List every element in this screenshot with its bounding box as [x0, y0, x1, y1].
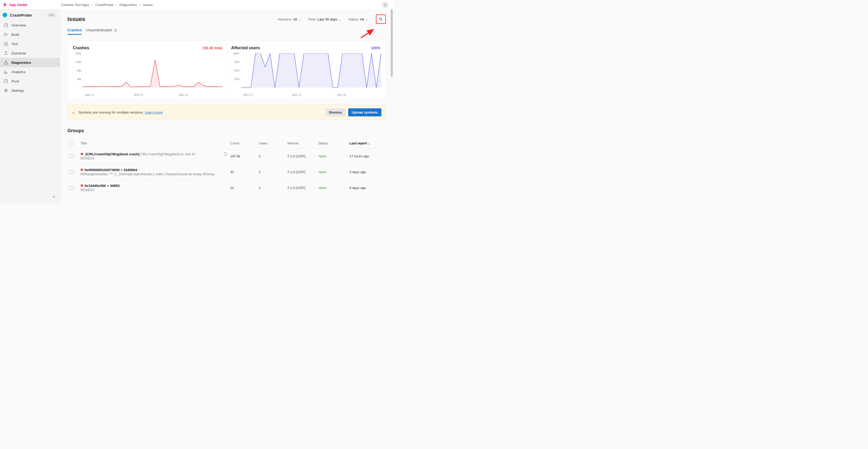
row-last-report: 17 hours ago [349, 154, 386, 158]
chart-plot [241, 54, 381, 92]
banner-period: . [162, 110, 164, 114]
chart-total: 100% [371, 46, 380, 50]
tab-unsymbolicated[interactable]: Unsymbolicated2 [86, 28, 118, 35]
row-users: 2 [259, 154, 285, 158]
layout: CrashProbe iOS OverviewBuildTestDistribu… [0, 9, 393, 203]
sidebar-item-distribute[interactable]: Distribute [0, 49, 60, 58]
row-checkbox[interactable] [69, 170, 73, 174]
page-header: Issues Versions: All ⌄ Time: Last 30 day… [67, 14, 386, 24]
table-row[interactable]: ✸-[CRLCrashObjCMsgSend crash] CRLCrashOb… [67, 148, 386, 164]
scrollbar[interactable] [391, 9, 393, 203]
x-tick: DEC 01 [179, 94, 188, 96]
nav-label: Test [11, 42, 18, 46]
note-icon[interactable] [223, 152, 228, 157]
app-icon [3, 13, 7, 18]
col-version[interactable]: Version [287, 141, 316, 145]
x-tick: NOV 11 [85, 94, 94, 96]
table-row[interactable]: ✸0x0000000104374000 + 1640564 NSRangeExc… [67, 164, 386, 180]
sidebar-app-header[interactable]: CrashProbe iOS [0, 9, 60, 21]
svg-point-5 [5, 89, 6, 90]
brand[interactable]: App Center [3, 2, 28, 7]
y-tick: 100% [231, 52, 240, 55]
chevron-down-icon: ⌄ [338, 17, 341, 21]
row-count: 187.6k [230, 154, 256, 158]
svg-point-1 [4, 42, 8, 45]
collapse-sidebar-button[interactable] [52, 195, 56, 200]
upload-symbols-button[interactable]: Upload symbols [348, 108, 381, 117]
scrollbar-thumb[interactable] [391, 9, 393, 77]
sidebar-item-analytics[interactable]: Analytics [0, 67, 60, 76]
user-avatar[interactable] [382, 2, 389, 8]
table-row[interactable]: ✸0x10445c000 + 30852 SIGSEGV 10 1 7.1.0 … [67, 180, 386, 195]
row-users: 1 [259, 186, 285, 190]
y-tick: 75% [231, 61, 240, 64]
banner-message: Symbols are missing for multiple version… [78, 110, 145, 114]
sidebar-item-test[interactable]: Test [0, 39, 60, 49]
sidebar-item-diagnostics[interactable]: Diagnostics [0, 58, 60, 67]
tab-badge: 2 [113, 29, 118, 32]
table-header: Title Count Users Version Status Last re… [67, 139, 386, 148]
bug-icon: ✸ [81, 184, 84, 188]
breadcrumb-item[interactable]: Crashes Test Apps [61, 3, 89, 7]
nav-label: Distribute [11, 51, 26, 55]
sidebar: CrashProbe iOS OverviewBuildTestDistribu… [0, 9, 60, 203]
chart-title: Affected users [231, 45, 260, 50]
sidebar-item-build[interactable]: Build [0, 30, 60, 39]
search-button[interactable] [376, 14, 386, 24]
col-label: Last report [349, 141, 367, 145]
sort-desc-icon: ↓ [368, 141, 370, 145]
y-tick: 40k [73, 78, 81, 81]
nav-label: Diagnostics [11, 61, 31, 65]
filter-versions[interactable]: Versions: All ⌄ [278, 17, 301, 21]
platform-badge: iOS [47, 13, 56, 17]
filter-label: Status: [348, 18, 359, 21]
svg-point-0 [384, 3, 386, 5]
sidebar-item-settings[interactable]: Settings [0, 86, 60, 95]
col-last-report[interactable]: Last report↓ [349, 141, 386, 145]
dismiss-button[interactable]: Dismiss [326, 108, 346, 117]
tabs: Crashes Unsymbolicated2 [67, 28, 386, 35]
svg-point-6 [6, 90, 7, 91]
nav-label: Build [11, 33, 19, 37]
tab-crashes[interactable]: Crashes [67, 28, 82, 35]
sidebar-item-push[interactable]: Push [0, 76, 60, 86]
check-circle-icon [4, 41, 8, 46]
col-title[interactable]: Title [81, 141, 228, 145]
row-count: 10 [230, 186, 256, 190]
breadcrumb-item[interactable]: Issues [143, 3, 153, 7]
col-users[interactable]: Users [259, 141, 285, 145]
warning-icon: ▲ [72, 110, 75, 114]
x-tick: DEC 01 [337, 94, 346, 96]
row-status: Open [318, 170, 347, 174]
svg-rect-4 [5, 79, 7, 83]
chart-plot [83, 54, 223, 92]
row-checkbox[interactable] [69, 154, 73, 158]
row-title: ✸-[CRLCrashObjCMsgSend crash] CRLCrashOb… [81, 152, 228, 156]
breadcrumb-item[interactable]: Diagnostics [120, 3, 137, 7]
page-title: Issues [67, 16, 85, 23]
brand-name: App Center [9, 3, 28, 7]
main-content: Issues Versions: All ⌄ Time: Last 30 day… [60, 9, 393, 203]
col-status[interactable]: Status [318, 141, 347, 145]
y-tick: 80k [73, 69, 81, 72]
breadcrumb-separator: / [116, 3, 117, 7]
select-all-checkbox[interactable] [69, 141, 73, 145]
breadcrumb-item[interactable]: CrashProbe [95, 3, 113, 7]
svg-point-8 [379, 18, 382, 20]
bug-icon: ✸ [81, 168, 84, 172]
chevron-down-icon: ⌄ [298, 17, 301, 21]
col-count[interactable]: Count [230, 141, 256, 145]
filter-status[interactable]: Status: All ⌄ [348, 17, 368, 21]
filter-time[interactable]: Time: Last 30 days ⌄ [308, 17, 342, 21]
sidebar-item-overview[interactable]: Overview [0, 21, 60, 30]
x-tick: NOV 21 [292, 94, 302, 96]
play-icon [4, 32, 8, 37]
row-title-cell: ✸0x0000000104374000 + 1640564 NSRangeExc… [81, 168, 228, 176]
row-last-report: 6 days ago [349, 186, 386, 190]
app-name: CrashProbe [10, 13, 32, 18]
topbar: App Center Crashes Test Apps/ CrashProbe… [0, 0, 393, 9]
banner-learn-more-link[interactable]: Learn more [145, 110, 162, 114]
row-detail: SIGSEGV [81, 157, 223, 160]
row-checkbox[interactable] [69, 186, 73, 190]
row-detail: NSRangeException: *** -[__NSArray0 objec… [81, 172, 228, 176]
